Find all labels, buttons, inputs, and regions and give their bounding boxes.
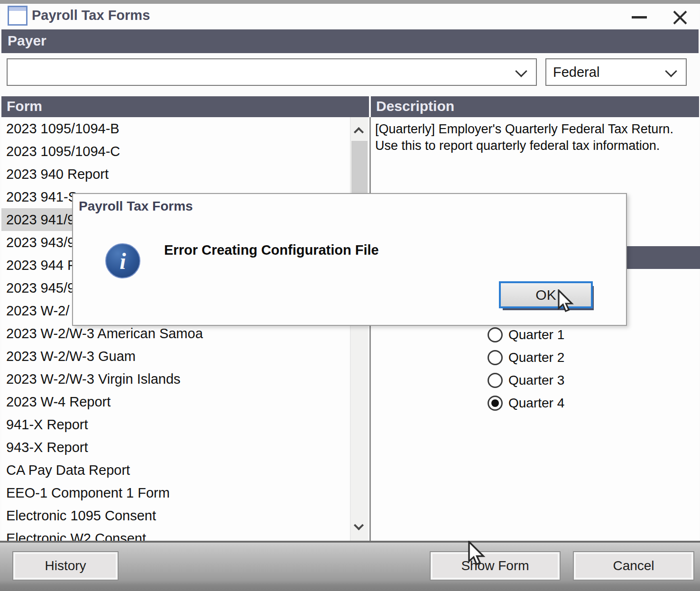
ok-button[interactable]: OK [499, 281, 593, 308]
description-panel: [Quarterly] Employer's Quarterly Federal… [371, 117, 699, 541]
close-button[interactable] [665, 5, 694, 28]
error-dialog: Payroll Tax Forms i Error Creating Confi… [72, 193, 627, 326]
cancel-button[interactable]: Cancel [574, 552, 693, 580]
quarter-label: Quarter 4 [508, 396, 564, 411]
chevron-down-icon[interactable] [515, 65, 527, 77]
title-bar: Payroll Tax Forms [1, 4, 699, 29]
history-button[interactable]: History [13, 552, 118, 580]
minimize-button[interactable] [625, 5, 654, 28]
close-icon [672, 9, 688, 26]
list-item[interactable]: 943-X Report [1, 436, 350, 459]
quarter-label: Quarter 3 [508, 373, 564, 388]
payer-section-header: Payer [1, 29, 699, 53]
list-item[interactable]: Electronic 1095 Consent [1, 504, 350, 527]
payroll-tax-forms-window: Payroll Tax Forms Payer Federal Form Des… [0, 0, 700, 591]
chevron-up-icon [354, 127, 364, 137]
list-item[interactable]: CA Pay Data Report [1, 459, 350, 481]
dialog-message: Error Creating Configuration File [164, 242, 379, 258]
window-frame-top [0, 0, 700, 4]
info-icon: i [105, 243, 140, 278]
quarter-radio-row[interactable]: Quarter 4 [488, 392, 564, 415]
quarter-group: Quarter 1Quarter 2Quarter 3Quarter 4 [488, 323, 564, 415]
list-item[interactable]: 2023 1095/1094-B [1, 117, 350, 140]
radio-icon[interactable] [488, 396, 503, 411]
chevron-down-icon [354, 520, 364, 530]
radio-icon[interactable] [488, 327, 503, 342]
scroll-down-button[interactable] [350, 518, 368, 537]
radio-icon[interactable] [488, 350, 503, 365]
show-form-button[interactable]: Show Form [431, 552, 560, 580]
list-item[interactable]: 2023 1095/1094-C [1, 140, 350, 163]
window-title: Payroll Tax Forms [32, 8, 150, 23]
description-column-header: Description [371, 96, 699, 117]
quarter-radio-row[interactable]: Quarter 1 [488, 323, 564, 346]
description-header-label: Description [376, 98, 454, 114]
list-item[interactable]: 2023 W-4 Report [1, 390, 350, 413]
description-text: [Quarterly] Employer's Quarterly Federal… [375, 121, 694, 154]
scroll-up-button[interactable] [350, 121, 368, 140]
form-list-scrollbar[interactable] [350, 117, 368, 541]
form-list: 2023 1095/1094-B2023 1095/1094-C2023 940… [1, 117, 350, 541]
list-item[interactable]: Electronic W2 Consent [1, 527, 350, 541]
list-item[interactable]: 2023 W-2/W-3 Guam [1, 345, 350, 368]
chevron-down-icon[interactable] [665, 65, 677, 77]
dialog-title: Payroll Tax Forms [79, 199, 193, 214]
quarter-radio-row[interactable]: Quarter 2 [488, 346, 564, 369]
payer-label: Payer [8, 33, 46, 49]
list-item[interactable]: 941-X Report [1, 413, 350, 436]
radio-icon[interactable] [488, 373, 503, 388]
window-icon [8, 6, 28, 26]
list-item[interactable]: EEO-1 Component 1 Form [1, 481, 350, 504]
payer-combobox[interactable] [7, 58, 537, 86]
jurisdiction-value: Federal [553, 65, 599, 80]
list-item[interactable]: 2023 940 Report [1, 163, 350, 185]
jurisdiction-dropdown[interactable]: Federal [545, 58, 687, 86]
footer-bar: History Show Form Cancel [0, 543, 700, 591]
form-column-header: Form [1, 96, 369, 117]
minimize-icon [632, 16, 647, 18]
quarter-label: Quarter 2 [508, 350, 564, 365]
quarter-radio-row[interactable]: Quarter 3 [488, 369, 564, 392]
list-item[interactable]: 2023 W-2/W-3 Virgin Islands [1, 368, 350, 390]
payer-input[interactable] [10, 61, 504, 82]
quarter-label: Quarter 1 [508, 327, 564, 342]
form-header-label: Form [7, 98, 42, 114]
